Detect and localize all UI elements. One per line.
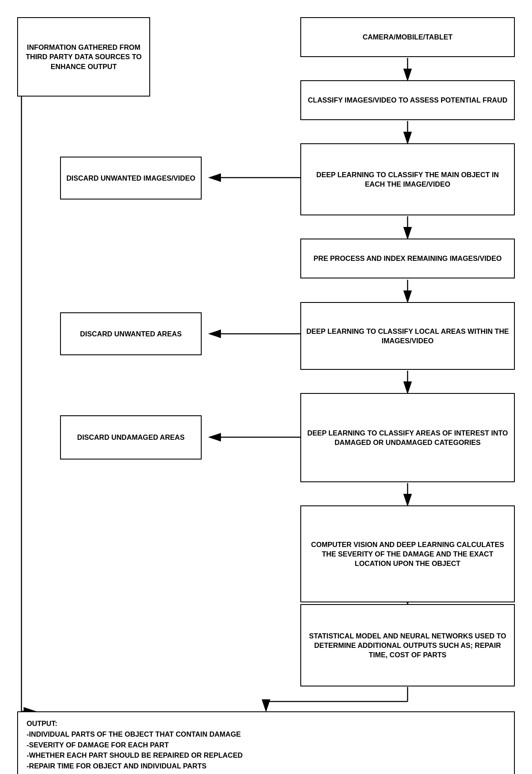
flowchart-final: INFORMATION GATHERED FROM THIRD PARTY DA… <box>17 17 515 755</box>
output-text-f: OUTPUT: -INDIVIDUAL PARTS OF THE OBJECT … <box>27 718 243 774</box>
classify-box-f: CLASSIFY IMAGES/VIDEO TO ASSESS POTENTIA… <box>300 80 515 120</box>
discard-images-box-f: DISCARD UNWANTED IMAGES/VIDEO <box>60 157 202 200</box>
deep-main-box-f: DEEP LEARNING TO CLASSIFY THE MAIN OBJEC… <box>300 143 515 215</box>
discard-undamaged-box-f: DISCARD UNDAMAGED AREAS <box>60 415 202 460</box>
computer-vision-box-f: COMPUTER VISION AND DEEP LEARNING CALCUL… <box>300 505 515 602</box>
info-box: INFORMATION GATHERED FROM THIRD PARTY DA… <box>17 17 150 97</box>
deep-local-box-f: DEEP LEARNING TO CLASSIFY LOCAL AREAS WI… <box>300 302 515 370</box>
deep-damage-box-f: DEEP LEARNING TO CLASSIFY AREAS OF INTER… <box>300 393 515 482</box>
final-wrapper: INFORMATION GATHERED FROM THIRD PARTY DA… <box>9 9 523 774</box>
output-box-f: OUTPUT: -INDIVIDUAL PARTS OF THE OBJECT … <box>17 711 515 774</box>
statistical-box-f: STATISTICAL MODEL AND NEURAL NETWORKS US… <box>300 604 515 686</box>
camera-box-f: CAMERA/MOBILE/TABLET <box>300 17 515 57</box>
preprocess-box-f: PRE PROCESS AND INDEX REMAINING IMAGES/V… <box>300 239 515 278</box>
discard-areas-box-f: DISCARD UNWANTED AREAS <box>60 312 202 355</box>
